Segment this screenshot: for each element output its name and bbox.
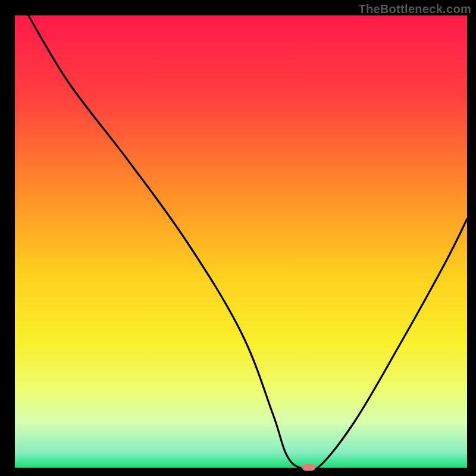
optimal-marker (302, 464, 315, 471)
chart-container: TheBottleneck.com (0, 0, 476, 476)
watermark-text: TheBottleneck.com (358, 2, 471, 16)
bottleneck-chart (0, 0, 476, 476)
plot-background (15, 15, 467, 468)
